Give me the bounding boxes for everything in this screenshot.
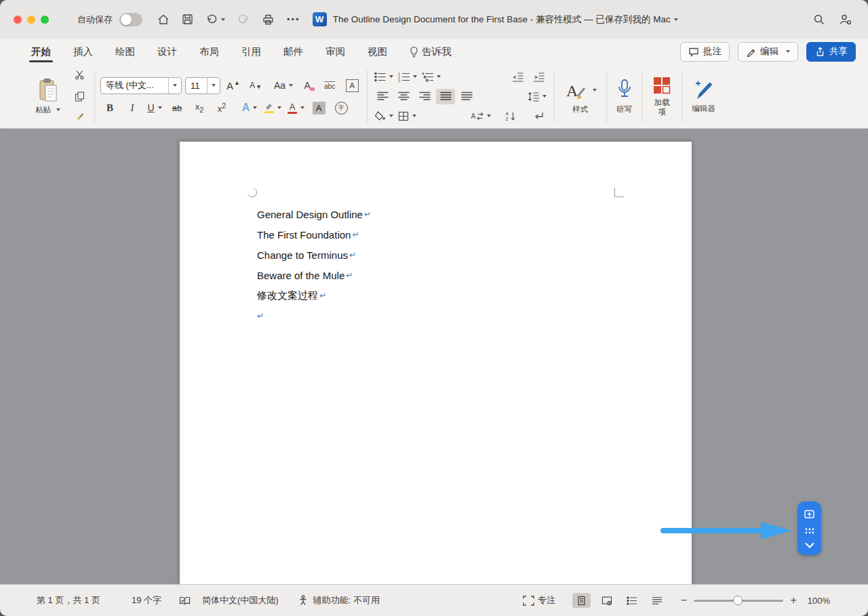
subscript-button[interactable]: x2 (190, 100, 209, 116)
tab-layout[interactable]: 布局 (199, 39, 219, 64)
highlight-color-button[interactable] (262, 100, 283, 116)
autosave-toggle[interactable] (119, 13, 142, 26)
tab-draw[interactable]: 绘图 (115, 39, 135, 64)
svg-text:A: A (506, 111, 509, 116)
tab-mailings[interactable]: 邮件 (283, 39, 303, 64)
font-color-button[interactable]: A (286, 100, 306, 116)
doc-line[interactable]: General Design Outline↵ (257, 204, 371, 224)
asian-layout-button[interactable]: A (469, 108, 492, 124)
undo-button[interactable] (205, 14, 225, 26)
print-icon[interactable] (262, 14, 275, 26)
home-icon[interactable] (157, 14, 170, 26)
redo-button[interactable] (237, 14, 250, 26)
change-case-button[interactable]: Aa (273, 78, 294, 94)
text-effects-button[interactable]: A (240, 100, 259, 116)
doc-line[interactable]: 修改文案过程↵ (257, 285, 371, 306)
floating-tools-panel[interactable] (797, 501, 821, 555)
word-count[interactable]: 19 个字 (132, 594, 161, 607)
strikethrough-button[interactable]: ab (167, 100, 186, 116)
doc-line[interactable]: The First Foundation↵ (257, 224, 371, 245)
borders-button[interactable] (397, 108, 418, 124)
underline-button[interactable]: U (145, 100, 164, 116)
document-page[interactable]: General Design Outline↵ The First Founda… (180, 142, 692, 584)
doc-line[interactable]: Change to Terminus↵ (257, 245, 371, 265)
phonetic-guide-button[interactable]: abc (320, 78, 339, 94)
grid-dots-icon[interactable] (804, 527, 816, 535)
align-center-button[interactable] (394, 89, 413, 104)
dictate-button[interactable]: 听写 (612, 77, 636, 116)
distribute-text-button[interactable] (457, 89, 476, 104)
tab-design[interactable]: 设计 (157, 39, 177, 64)
zoom-level[interactable]: 100% (808, 596, 830, 606)
align-right-button[interactable] (415, 89, 434, 104)
italic-button[interactable]: I (123, 100, 142, 116)
accessibility-status[interactable]: 辅助功能: 不可用 (313, 594, 380, 607)
format-painter-button[interactable] (70, 110, 89, 126)
numbered-list-button[interactable]: 123 (397, 69, 418, 85)
increase-indent-button[interactable] (529, 69, 548, 85)
cut-button[interactable] (70, 67, 89, 83)
edit-mode-button[interactable]: 编辑 (738, 42, 798, 62)
shading-button[interactable] (373, 108, 395, 124)
superscript-button[interactable]: x2 (212, 100, 231, 116)
decrease-indent-button[interactable] (508, 69, 527, 85)
paste-button[interactable]: 粘贴 (31, 77, 64, 117)
doc-line[interactable]: ↵ (257, 306, 371, 326)
language-indicator[interactable]: 简体中文(中国大陆) (202, 594, 279, 607)
zoom-slider[interactable] (694, 600, 783, 602)
tab-label: 插入 (73, 45, 93, 58)
search-icon[interactable] (813, 14, 825, 26)
tab-home[interactable]: 开始 (31, 39, 51, 64)
tab-references[interactable]: 引用 (241, 39, 261, 64)
document-area[interactable]: General Design Outline↵ The First Founda… (0, 129, 868, 584)
tab-insert[interactable]: 插入 (73, 39, 93, 64)
line-spacing-button[interactable] (526, 89, 548, 104)
doc-line[interactable]: Beware of the Mule↵ (257, 265, 371, 285)
share-button[interactable]: 共享 (806, 42, 856, 62)
tab-view[interactable]: 视图 (368, 39, 387, 64)
paragraph-mark-button[interactable] (529, 108, 548, 124)
spellcheck-icon[interactable] (179, 596, 191, 606)
chevron-down-icon (786, 50, 790, 53)
zoom-out-button[interactable]: − (681, 594, 687, 607)
draft-view-button[interactable] (648, 593, 666, 608)
tab-review[interactable]: 审阅 (326, 39, 345, 64)
close-window-button[interactable] (14, 16, 22, 24)
clear-formatting-button[interactable]: A (298, 78, 317, 94)
shrink-font-button[interactable]: A▲ (246, 78, 265, 94)
align-left-button[interactable] (373, 89, 392, 104)
comments-button[interactable]: 批注 (680, 42, 730, 62)
add-comment-icon[interactable] (804, 509, 815, 520)
page-indicator[interactable]: 第 1 页，共 1 页 (37, 594, 100, 607)
more-options-icon[interactable]: ••• (287, 14, 300, 24)
bold-button[interactable]: B (100, 100, 119, 116)
outline-view-button[interactable] (623, 593, 641, 608)
chevron-down-icon (389, 115, 393, 117)
person-gear-icon[interactable] (839, 14, 852, 26)
editor-button[interactable]: 编辑器 (688, 78, 719, 115)
zoom-in-button[interactable]: + (790, 594, 796, 607)
addins-button[interactable]: 加载项 (648, 74, 676, 119)
minimize-window-button[interactable] (27, 16, 35, 24)
character-shading-button[interactable]: A (309, 100, 328, 116)
zoom-slider-knob[interactable] (733, 596, 743, 605)
bullet-list-button[interactable] (373, 69, 395, 85)
web-layout-view-button[interactable] (597, 593, 616, 608)
copy-button[interactable] (70, 89, 89, 104)
print-layout-view-button[interactable] (572, 593, 591, 608)
grow-font-button[interactable]: A▲ (224, 78, 243, 94)
enclose-characters-button[interactable]: 字 (332, 100, 351, 116)
font-size-combobox[interactable]: 11 (185, 77, 220, 94)
justify-button[interactable] (436, 89, 455, 104)
save-icon[interactable] (182, 14, 193, 25)
multilevel-list-button[interactable] (420, 69, 442, 85)
character-border-button[interactable]: A (342, 78, 361, 94)
font-name-combobox[interactable]: 等线 (中文... (100, 77, 182, 94)
collapse-chevron-icon[interactable] (804, 542, 815, 548)
styles-button[interactable]: A 样式 (559, 77, 601, 116)
document-title[interactable]: The Outline Design Document for the Firs… (333, 14, 678, 26)
zoom-window-button[interactable] (41, 16, 49, 24)
focus-mode-button[interactable]: 专注 (538, 594, 555, 607)
tab-tell-me[interactable]: 告诉我 (410, 39, 452, 64)
sort-button[interactable]: AZ (501, 108, 520, 124)
